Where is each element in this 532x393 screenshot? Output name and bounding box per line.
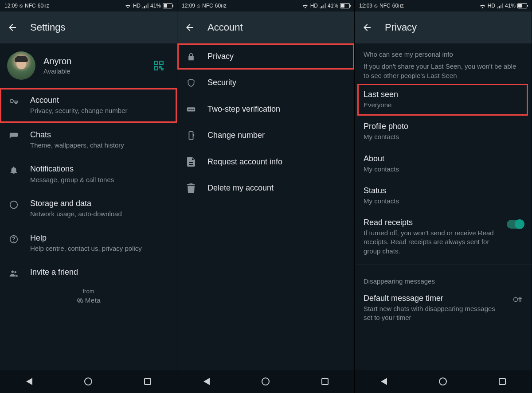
- doc-icon: [184, 157, 198, 167]
- screen-account: 12:09 ⦸ NFC 60нz HD 41% Account Privacy: [177, 0, 355, 393]
- svg-rect-2: [154, 66, 158, 70]
- nav-recent[interactable]: [144, 378, 151, 385]
- account-item-delete[interactable]: Delete my account: [177, 175, 354, 201]
- status-hd: HD: [310, 3, 318, 9]
- item-title: Two-step verification: [207, 104, 347, 114]
- phone-swap-icon: [184, 131, 198, 140]
- status-refresh: 60нz: [215, 3, 227, 9]
- nav-recent[interactable]: [499, 378, 506, 385]
- nav-back[interactable]: [203, 378, 210, 385]
- item-title: Security: [207, 78, 347, 88]
- signal-icon: [320, 3, 326, 8]
- status-hd: HD: [133, 3, 141, 9]
- signal-icon: [497, 3, 503, 8]
- account-item-privacy[interactable]: Privacy: [177, 43, 354, 70]
- status-time: 12:09: [182, 3, 195, 9]
- profile-row[interactable]: Anyron Available: [0, 43, 177, 88]
- svg-point-10: [14, 271, 16, 273]
- pin-icon: [184, 105, 198, 113]
- section-title: Who can see my personal info: [364, 51, 523, 58]
- svg-point-9: [12, 271, 14, 273]
- row-title: Read receipts: [364, 218, 501, 227]
- privacy-row-about[interactable]: About My contacts: [355, 148, 532, 180]
- system-nav-bar: [0, 370, 177, 393]
- item-title: Notifications: [30, 164, 170, 174]
- item-subtitle: Network usage, auto-download: [30, 210, 170, 218]
- row-title: Status: [364, 186, 523, 195]
- privacy-section-note: Who can see my personal info If you don'…: [355, 43, 532, 84]
- privacy-row-last-seen[interactable]: Last seen Everyone: [357, 84, 528, 116]
- nav-home[interactable]: [84, 377, 92, 385]
- nav-back[interactable]: [381, 378, 387, 385]
- privacy-row-read-receipts[interactable]: Read receipts If turned off, you won't s…: [355, 212, 532, 262]
- divider: [355, 265, 532, 265]
- page-title: Account: [207, 22, 243, 33]
- item-title: Chats: [30, 130, 170, 140]
- alarm-off-icon: ⦸: [374, 3, 378, 9]
- status-nfc: NFC: [202, 3, 213, 9]
- trash-icon: [184, 183, 198, 193]
- settings-item-account[interactable]: Account Privacy, security, change number: [0, 88, 177, 123]
- status-refresh: 60нz: [38, 3, 49, 9]
- status-bar: 12:09 ⦸ NFC 60нz HD 41%: [355, 0, 532, 12]
- status-bar: 12:09 ⦸ NFC 60нz HD 41%: [177, 0, 354, 12]
- item-title: Privacy: [207, 51, 347, 62]
- item-title: Change number: [207, 130, 347, 140]
- meta-icon: [76, 297, 83, 304]
- meta-label: Meta: [85, 296, 101, 304]
- nav-recent[interactable]: [321, 378, 329, 385]
- status-refresh: 60нz: [392, 3, 404, 9]
- profile-status: Available: [43, 67, 170, 75]
- privacy-row-default-timer[interactable]: Default message timer Start new chats wi…: [355, 288, 532, 329]
- back-button[interactable]: [361, 21, 373, 34]
- row-value: My contacts: [364, 132, 523, 141]
- battery-icon: [163, 3, 172, 8]
- settings-item-chats[interactable]: Chats Theme, wallpapers, chat history: [0, 123, 177, 157]
- item-subtitle: Help centre, contact us, privacy policy: [30, 244, 170, 253]
- from-meta: from Meta: [0, 288, 177, 304]
- settings-item-notifications[interactable]: Notifications Message, group & call tone…: [0, 157, 177, 191]
- battery-icon: [340, 3, 350, 8]
- settings-item-help[interactable]: Help Help centre, contact us, privacy po…: [0, 226, 177, 261]
- svg-point-14: [192, 109, 194, 110]
- nav-back[interactable]: [26, 378, 32, 385]
- row-desc: Start new chats with disappearing messag…: [364, 304, 501, 323]
- status-nfc: NFC: [25, 3, 36, 9]
- back-button[interactable]: [184, 21, 196, 34]
- wifi-icon: [125, 3, 131, 8]
- settings-item-invite[interactable]: Invite a friend: [0, 260, 177, 285]
- alarm-off-icon: ⦸: [20, 3, 23, 9]
- account-item-two-step[interactable]: Two-step verification: [177, 96, 354, 122]
- nav-home[interactable]: [439, 377, 447, 385]
- back-button[interactable]: [6, 21, 19, 34]
- account-item-security[interactable]: Security: [177, 70, 354, 96]
- account-item-change-number[interactable]: Change number: [177, 122, 354, 148]
- qr-code-icon[interactable]: [153, 60, 164, 71]
- settings-item-storage[interactable]: Storage and data Network usage, auto-dow…: [0, 191, 177, 226]
- page-title: Settings: [30, 22, 66, 33]
- item-title: Delete my account: [207, 183, 347, 193]
- svg-rect-3: [160, 66, 161, 68]
- data-icon: [7, 198, 20, 210]
- disappearing-header: Disappearing messages: [355, 268, 532, 288]
- row-title: About: [364, 154, 523, 163]
- privacy-row-profile-photo[interactable]: Profile photo My contacts: [355, 116, 532, 148]
- status-battery-pct: 41%: [328, 3, 338, 9]
- nav-home[interactable]: [262, 377, 270, 385]
- system-nav-bar: [177, 370, 354, 393]
- status-time: 12:09: [359, 3, 372, 9]
- battery-icon: [517, 3, 527, 8]
- section-subtitle: If you don't share your Last Seen, you w…: [364, 62, 523, 80]
- screen-privacy: 12:09 ⦸ NFC 60нz HD 41% Privacy Who can …: [355, 0, 532, 393]
- read-receipts-toggle[interactable]: [507, 220, 524, 229]
- account-item-request-info[interactable]: Request account info: [177, 149, 354, 175]
- row-title: Last seen: [364, 90, 519, 99]
- system-nav-bar: [355, 370, 532, 393]
- lock-icon: [184, 52, 198, 61]
- svg-point-8: [13, 241, 14, 241]
- svg-rect-0: [154, 61, 158, 65]
- item-subtitle: Theme, wallpapers, chat history: [30, 141, 170, 150]
- profile-name: Anyron: [43, 56, 170, 66]
- privacy-row-status[interactable]: Status My contacts: [355, 180, 532, 212]
- wifi-icon: [479, 3, 486, 8]
